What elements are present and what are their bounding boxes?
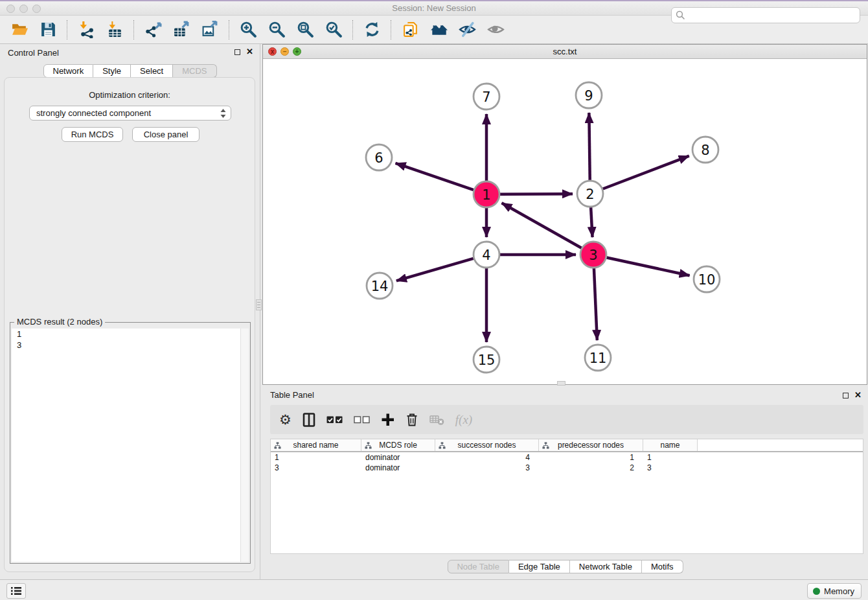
zoom-in-button[interactable]: [234, 17, 262, 42]
network-canvas[interactable]: 7968124314101511: [263, 59, 867, 384]
network-window-titlebar[interactable]: x – + scc.txt: [263, 45, 867, 59]
column-header-name[interactable]: name: [643, 439, 698, 451]
export-network-button[interactable]: [139, 17, 167, 42]
select-columns-button[interactable]: [326, 415, 343, 424]
open-session-button[interactable]: [5, 17, 34, 42]
vertical-splitter-grip[interactable]: [256, 299, 262, 310]
refresh-icon: [363, 21, 381, 38]
node-label-2: 2: [586, 187, 594, 202]
criterion-select[interactable]: strongly connected component: [29, 106, 231, 121]
edge-2-8[interactable]: [603, 156, 689, 189]
zoom-fit-icon: [297, 21, 314, 38]
edge-2-3[interactable]: [591, 207, 592, 237]
select-chevrons-icon: [220, 108, 226, 119]
tab-network[interactable]: Network: [43, 64, 93, 78]
edge-1-2[interactable]: [500, 194, 573, 194]
node-label-15: 15: [478, 352, 496, 368]
clone-network-button[interactable]: [396, 17, 424, 42]
result-scrollbar[interactable]: [240, 329, 249, 562]
network-window-title: scc.txt: [263, 47, 867, 56]
column-type-icon: [274, 442, 281, 449]
mcds-panel: Optimization criterion: strongly connect…: [4, 77, 255, 572]
float-panel-icon[interactable]: [234, 49, 240, 55]
table-cell: 1: [271, 452, 361, 463]
edge-1-6[interactable]: [396, 163, 474, 190]
delete-column-icon: [405, 413, 418, 426]
tab-node-table[interactable]: Node Table: [447, 560, 509, 573]
add-column-button[interactable]: [381, 413, 394, 426]
tab-motifs[interactable]: Motifs: [642, 560, 683, 573]
node-label-8: 8: [701, 143, 709, 158]
column-header-predecessor-nodes[interactable]: predecessor nodes: [539, 439, 643, 451]
edge-2-9[interactable]: [589, 113, 589, 180]
zoom-fit-button[interactable]: [291, 17, 319, 42]
zoom-out-button[interactable]: [262, 17, 291, 42]
mcds-result-fieldset: MCDS result (2 nodes) 13: [10, 322, 251, 564]
clone-network-icon: [402, 21, 419, 38]
hide-eye-button[interactable]: [453, 17, 481, 42]
close-panel-button[interactable]: Close panel: [132, 127, 200, 142]
import-table-button[interactable]: [100, 17, 129, 42]
unselect-columns-button[interactable]: [354, 415, 370, 424]
table-cell: 4: [435, 452, 539, 463]
network-graph: 7968124314101511: [263, 59, 867, 384]
tab-select[interactable]: Select: [131, 64, 173, 78]
import-network-button[interactable]: [72, 17, 100, 42]
add-column-icon: [381, 413, 394, 426]
search-input[interactable]: [671, 7, 860, 23]
function-builder-icon: f(x): [455, 413, 472, 427]
horizontal-splitter-grip[interactable]: [557, 381, 565, 386]
table-panel-tabs: Node TableEdge TableNetwork TableMotifs: [447, 560, 683, 573]
refresh-layout-button[interactable]: [358, 17, 386, 42]
table-panel-title: Table Panel: [270, 390, 314, 400]
control-panel-tabs: NetworkStyleSelectMCDS: [43, 64, 216, 78]
export-image-button[interactable]: [196, 17, 224, 42]
table-settings-button[interactable]: ⚙: [279, 412, 291, 428]
memory-button[interactable]: Memory: [807, 583, 862, 599]
edge-4-14[interactable]: [396, 259, 474, 281]
close-table-panel-icon[interactable]: ✕: [854, 391, 862, 399]
table-cell: 1: [643, 452, 698, 463]
zoom-in-icon: [240, 21, 257, 38]
run-mcds-button[interactable]: Run MCDS: [62, 127, 123, 142]
save-session-button[interactable]: [34, 17, 62, 42]
column-header-shared-name[interactable]: shared name: [271, 439, 361, 451]
function-builder-button: f(x): [455, 413, 472, 427]
tab-style[interactable]: Style: [93, 64, 131, 78]
save-icon: [40, 21, 57, 38]
edge-3-11[interactable]: [594, 268, 597, 340]
delete-column-button[interactable]: [405, 413, 418, 426]
node-label-14: 14: [371, 279, 389, 294]
table-row[interactable]: 1dominator411: [271, 452, 863, 463]
edge-3-10[interactable]: [607, 257, 690, 275]
split-columns-icon: [303, 413, 315, 427]
node-label-3: 3: [589, 248, 597, 263]
split-columns-button[interactable]: [303, 413, 315, 427]
float-table-panel-icon[interactable]: [843, 393, 849, 398]
column-type-icon: [542, 442, 549, 449]
export-table-button[interactable]: [167, 17, 196, 42]
node-label-4: 4: [482, 248, 490, 263]
eye-icon: [487, 21, 505, 38]
tab-mcds[interactable]: MCDS: [173, 64, 216, 78]
task-list-button[interactable]: [6, 583, 26, 599]
zoom-selected-button[interactable]: [319, 17, 348, 42]
home-view-button[interactable]: [424, 17, 453, 42]
edge-3-1[interactable]: [502, 203, 582, 248]
vertical-splitter[interactable]: [260, 44, 260, 579]
column-header-successor-nodes[interactable]: successor nodes: [435, 439, 539, 451]
tab-edge-table[interactable]: Edge Table: [509, 560, 570, 573]
node-label-1: 1: [482, 187, 490, 203]
node-label-6: 6: [374, 150, 383, 166]
table-row[interactable]: 3dominator323: [271, 463, 863, 473]
column-type-icon: [439, 442, 446, 449]
tab-network-table[interactable]: Network Table: [570, 560, 642, 573]
import-table-icon: [106, 21, 124, 38]
show-eye-button[interactable]: [481, 17, 510, 42]
unselect-columns-icon: [354, 415, 370, 424]
toolbar-separator: [352, 20, 353, 40]
table-cell: dominator: [361, 452, 435, 463]
table-cell: 3: [271, 463, 361, 473]
close-panel-icon[interactable]: ✕: [246, 48, 253, 56]
column-header-MCDS-role[interactable]: MCDS role: [361, 439, 435, 451]
